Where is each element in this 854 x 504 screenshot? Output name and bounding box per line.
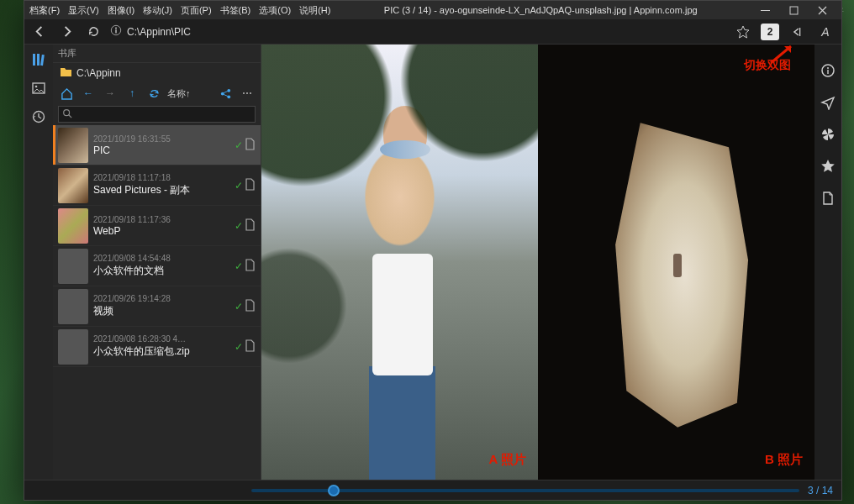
menu-bar: 档案(F) 显示(V) 图像(I) 移动(J) 页面(P) 书签(B) 选项(O… [24, 1, 841, 19]
menu-view[interactable]: 显示(V) [68, 4, 99, 17]
document-icon[interactable] [819, 189, 837, 207]
library-icon[interactable] [29, 50, 49, 70]
nav-bar: C:\Appinn\PIC 2 A [24, 19, 841, 45]
folder-icon [60, 66, 72, 80]
list-item-name: 小众软件的文档 [93, 264, 229, 278]
thumbnail [58, 249, 88, 284]
window-title: PIC (3 / 14) - ayo-ogunseinde-LX_nAdJQpA… [339, 5, 742, 15]
nav-back-button[interactable] [29, 22, 50, 42]
left-rail [24, 45, 53, 480]
check-icon: ✓ [235, 260, 243, 272]
home-icon[interactable] [58, 85, 75, 102]
nav-forward-button[interactable] [56, 22, 76, 42]
share-icon[interactable] [217, 85, 234, 102]
more-icon[interactable]: ⋯ [239, 85, 256, 102]
image-viewer[interactable]: A 照片 B 照片 [261, 45, 814, 480]
info-circle-icon[interactable] [819, 61, 837, 80]
list-item-text: 2021/09/08 16:28:30 4…小众软件的压缩包.zip [93, 334, 229, 359]
thumbnail [58, 329, 88, 365]
list-item-text: 2021/09/26 19:14:28视频 [93, 294, 229, 318]
list-item[interactable]: 2021/09/18 11:17:18Saved Pictures - 副本✓ [53, 165, 261, 206]
menu-options[interactable]: 选项(O) [259, 4, 291, 17]
image-panel-icon[interactable] [29, 78, 49, 98]
svg-point-15 [64, 109, 70, 115]
image-pane-a[interactable]: A 照片 [261, 45, 538, 480]
list-item-name: WebP [93, 225, 229, 237]
revert-arrow-button[interactable] [786, 21, 808, 43]
window-maximize-button[interactable] [779, 1, 808, 19]
sync-icon[interactable] [145, 85, 162, 102]
library-search-input[interactable] [76, 109, 251, 119]
svg-point-3 [115, 28, 117, 29]
image-pane-b[interactable]: B 照片 [538, 45, 814, 480]
sort-label[interactable]: 名称↑ [167, 87, 191, 100]
menu-image[interactable]: 图像(I) [108, 4, 134, 17]
library-search[interactable] [58, 106, 256, 123]
star-icon[interactable] [819, 157, 837, 176]
library-toolbar: ← → ↑ 名称↑ ⋯ [53, 83, 261, 103]
app-window: 档案(F) 显示(V) 图像(I) 移动(J) 页面(P) 书签(B) 选项(O… [24, 0, 842, 501]
image-b-label: B 照片 [765, 452, 803, 468]
menu-page[interactable]: 页面(P) [181, 4, 212, 17]
menu-bookmark[interactable]: 书签(B) [220, 4, 251, 17]
library-list[interactable]: 2021/10/19 16:31:55PIC✓2021/09/18 11:17:… [53, 125, 261, 480]
list-item-status: ✓ [235, 178, 256, 193]
page-counter: 3 / 14 [808, 485, 833, 496]
svg-rect-6 [33, 54, 35, 66]
history-icon[interactable] [29, 107, 49, 127]
favorite-star-button[interactable] [732, 21, 754, 43]
list-item-status: ✓ [235, 259, 256, 274]
library-header: 书库 [53, 45, 261, 63]
lib-back-icon[interactable]: ← [80, 85, 97, 102]
library-panel: 书库 C:\Appinn ← → ↑ 名称↑ ⋯ 2021/10/19 16:3… [53, 45, 261, 480]
slider-knob[interactable] [328, 485, 340, 496]
list-item[interactable]: 2021/10/19 16:31:55PIC✓ [53, 125, 261, 165]
dual-view-toggle[interactable]: 2 [761, 24, 779, 40]
page-icon [245, 339, 256, 354]
check-icon: ✓ [235, 301, 243, 312]
window-buttons [751, 1, 836, 19]
list-item[interactable]: 2021/09/18 11:17:36WebP✓ [53, 206, 261, 246]
svg-rect-8 [40, 55, 45, 66]
image-a-label: A 照片 [489, 452, 526, 468]
lib-forward-icon[interactable]: → [102, 85, 119, 102]
list-item-name: Saved Pictures - 副本 [93, 183, 229, 197]
page-slider[interactable] [251, 489, 799, 492]
list-item-text: 2021/09/08 14:54:48小众软件的文档 [93, 254, 229, 278]
navigate-icon[interactable] [819, 93, 837, 112]
address-bar[interactable]: C:\Appinn\PIC [110, 24, 725, 39]
window-minimize-button[interactable] [751, 1, 779, 19]
check-icon: ✓ [235, 341, 243, 353]
library-path-text: C:\Appinn [76, 67, 121, 79]
page-icon [245, 138, 256, 153]
thumbnail [58, 289, 88, 324]
list-item-date: 2021/09/18 11:17:36 [93, 215, 229, 224]
text-size-button[interactable]: A [814, 21, 836, 43]
list-item[interactable]: 2021/09/26 19:14:28视频✓ [53, 286, 261, 327]
svg-point-13 [227, 88, 230, 92]
svg-point-14 [227, 95, 230, 98]
svg-rect-0 [761, 10, 770, 11]
page-icon [245, 218, 256, 234]
lib-up-icon[interactable]: ↑ [124, 85, 140, 102]
menu-file[interactable]: 档案(F) [29, 4, 60, 17]
page-icon [245, 259, 256, 274]
thumbnail [58, 168, 88, 203]
address-path: C:\Appinn\PIC [127, 26, 191, 38]
page-icon [245, 299, 256, 314]
menu-move[interactable]: 移动(J) [143, 4, 172, 17]
search-icon [62, 108, 72, 121]
annotation-arrow-icon [766, 41, 799, 66]
pinwheel-icon[interactable] [819, 125, 837, 144]
list-item-date: 2021/09/08 14:54:48 [93, 254, 229, 263]
svg-rect-1 [790, 7, 798, 14]
list-item[interactable]: 2021/09/08 14:54:48小众软件的文档✓ [53, 246, 261, 286]
list-item[interactable]: 2021/09/08 16:28:30 4…小众软件的压缩包.zip✓ [53, 327, 261, 367]
list-item-status: ✓ [235, 299, 256, 314]
nav-refresh-button[interactable] [83, 22, 103, 42]
window-close-button[interactable] [808, 1, 836, 19]
menu-help[interactable]: 说明(H) [299, 4, 330, 17]
library-path-row[interactable]: C:\Appinn [53, 63, 261, 83]
svg-rect-18 [827, 70, 828, 74]
check-icon: ✓ [235, 139, 243, 151]
